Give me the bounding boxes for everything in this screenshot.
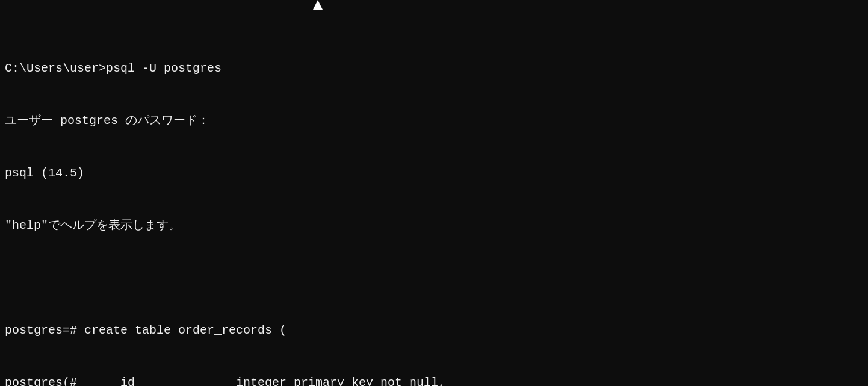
line-help: "help"でヘルプを表示します。: [5, 217, 863, 234]
terminal-window[interactable]: C:\Users\user>psql -U postgres ユーザー post…: [0, 0, 868, 386]
line-password: ユーザー postgres のパスワード：: [5, 112, 863, 129]
mouse-cursor: [313, 0, 323, 10]
line-create: postgres=# create table order_records (: [5, 322, 863, 339]
line-cmd: C:\Users\user>psql -U postgres: [5, 60, 863, 77]
line-blank1: [5, 269, 863, 287]
line-id: postgres(# id integer primary key not nu…: [5, 374, 863, 386]
line-version: psql (14.5): [5, 164, 863, 182]
